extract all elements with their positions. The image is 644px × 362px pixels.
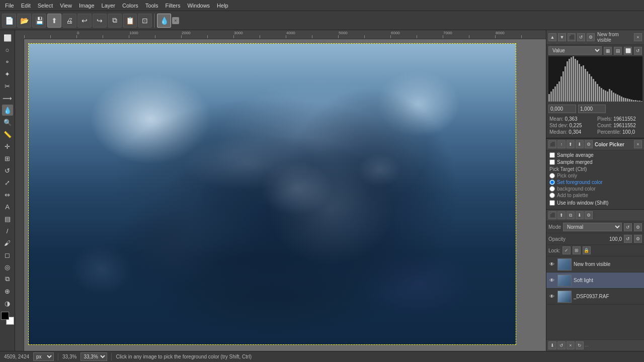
tool-rectangle-select[interactable]: ⬜: [2, 32, 13, 43]
tool-paste[interactable]: 📋: [123, 14, 137, 28]
canvas-image[interactable]: [28, 43, 516, 345]
layers-btn-3[interactable]: ⧉: [567, 211, 575, 219]
cp-btn-3[interactable]: ⬆: [567, 140, 575, 148]
tool-dodge-burn[interactable]: ◑: [2, 298, 13, 309]
channel-select[interactable]: Value Red Green Blue Alpha: [548, 46, 602, 55]
tool-clone[interactable]: ⧉: [2, 274, 13, 285]
tool-move[interactable]: ✛: [2, 141, 13, 152]
tool-save[interactable]: 💾: [32, 14, 46, 28]
tool-ellipse-select[interactable]: ○: [2, 44, 13, 55]
lock-pixels-btn[interactable]: ✓: [562, 246, 571, 254]
hist-close[interactable]: ×: [634, 33, 642, 41]
foreground-color-swatch[interactable]: [1, 312, 9, 320]
hist-view-log[interactable]: ▤: [614, 47, 622, 55]
tool-eraser[interactable]: ◻: [2, 249, 13, 260]
menu-view[interactable]: View: [57, 2, 75, 10]
tool-color-picker-active[interactable]: 💧: [157, 14, 171, 28]
hist-refresh[interactable]: ↺: [634, 47, 642, 55]
fg-bg-colors[interactable]: [1, 312, 14, 325]
lock-position-btn[interactable]: ⊞: [573, 246, 581, 254]
layers-bottom-btn-2[interactable]: ↺: [557, 341, 566, 349]
tool-print[interactable]: 🖨: [62, 14, 76, 28]
layers-btn-4[interactable]: ⬇: [576, 211, 584, 219]
cp-btn-4[interactable]: ⬇: [576, 140, 584, 148]
pick-only-radio[interactable]: [549, 173, 555, 178]
tool-export[interactable]: ⬆: [47, 14, 61, 28]
menu-file[interactable]: File: [2, 2, 17, 10]
add-to-palette-radio[interactable]: [549, 193, 555, 198]
tool-free-select[interactable]: ⚬: [2, 56, 13, 67]
cp-btn-2[interactable]: ↑: [557, 140, 566, 148]
layers-bottom-btn-4[interactable]: ↻: [576, 341, 584, 349]
tool-open[interactable]: 📂: [17, 14, 31, 28]
hist-btn-4[interactable]: ↺: [577, 33, 585, 41]
mode-select[interactable]: Normal Dissolve Multiply Screen Soft lig…: [563, 223, 622, 231]
cp-btn-1[interactable]: ⬛: [548, 140, 556, 148]
layer-item-new-from-visible[interactable]: 👁 New from visible: [546, 256, 644, 273]
menu-filters[interactable]: Filters: [163, 2, 184, 10]
unit-select[interactable]: px in mm: [33, 352, 54, 361]
set-foreground-radio[interactable]: [549, 179, 555, 185]
menu-colors[interactable]: Colors: [119, 2, 141, 10]
tool-blend[interactable]: ▤: [2, 213, 13, 224]
hist-btn-5[interactable]: ⚙: [587, 33, 595, 41]
tool-flip[interactable]: ⇔: [2, 189, 13, 200]
tool-paths[interactable]: ⟿: [2, 93, 13, 104]
tool-align[interactable]: ⊞: [2, 153, 13, 164]
tool-fuzzy-select[interactable]: ✦: [2, 68, 13, 79]
menu-edit[interactable]: Edit: [18, 2, 34, 10]
cp-btn-5[interactable]: ⚙: [585, 140, 593, 148]
tool-scale[interactable]: ⤢: [2, 177, 13, 188]
opacity-btn-2[interactable]: ⚙: [634, 235, 642, 243]
tool-heal[interactable]: ⊕: [2, 286, 13, 297]
tool-text[interactable]: A: [2, 201, 13, 212]
tool-new[interactable]: 📄: [2, 14, 16, 28]
use-info-window-checkbox[interactable]: [549, 200, 555, 206]
layer-item-raf[interactable]: 👁 _DSF0937.RAF: [546, 289, 644, 305]
layer-visibility-soft-light[interactable]: 👁: [548, 277, 555, 284]
layer-visibility-new-from-visible[interactable]: 👁: [548, 261, 555, 268]
tool-airbrush[interactable]: ◎: [2, 261, 13, 273]
lock-all-btn[interactable]: 🔒: [583, 246, 591, 254]
tool-zoom[interactable]: 🔍: [2, 117, 13, 128]
tool-rotate[interactable]: ↺: [2, 165, 13, 176]
hist-view-all[interactable]: ⬜: [624, 47, 632, 55]
tool-close[interactable]: ×: [172, 17, 179, 24]
menu-help[interactable]: Help: [214, 2, 231, 10]
histogram-max-input[interactable]: [578, 105, 606, 113]
hist-btn-2[interactable]: ▼: [558, 33, 566, 41]
mode-btn-1[interactable]: ↺: [624, 223, 632, 231]
layer-item-soft-light[interactable]: 👁 Soft light: [546, 273, 644, 289]
canvas-wrapper[interactable]: [24, 39, 546, 351]
tool-zoom-fit[interactable]: ⊡: [138, 14, 152, 28]
zoom-select[interactable]: 33,3% 25% 50% 100%: [80, 352, 107, 361]
sample-average-checkbox[interactable]: [549, 152, 555, 158]
layers-btn-2[interactable]: ⬆: [557, 211, 566, 219]
set-background-radio[interactable]: [549, 186, 555, 192]
menu-select[interactable]: Select: [35, 2, 56, 10]
hist-view-linear[interactable]: ▦: [604, 47, 612, 55]
tool-copy[interactable]: ⧉: [108, 14, 122, 28]
layers-btn-1[interactable]: ⬛: [548, 211, 556, 219]
tool-redo[interactable]: ↪: [93, 14, 107, 28]
menu-windows[interactable]: Windows: [184, 2, 213, 10]
menu-layer[interactable]: Layer: [99, 2, 119, 10]
tool-undo[interactable]: ↩: [77, 14, 92, 28]
tool-scissors[interactable]: ✂: [2, 80, 13, 92]
layers-btn-5[interactable]: ⚙: [585, 211, 593, 219]
menu-tools[interactable]: Tools: [142, 2, 162, 10]
hist-btn-1[interactable]: ▲: [548, 33, 556, 41]
tool-paintbrush[interactable]: 🖌: [2, 237, 13, 248]
sample-merged-checkbox[interactable]: [549, 159, 555, 165]
tool-pencil[interactable]: /: [2, 225, 13, 236]
layers-bottom-btn-3[interactable]: ×: [567, 341, 575, 349]
menu-image[interactable]: Image: [76, 2, 98, 10]
tool-measure[interactable]: 📏: [2, 129, 13, 140]
layer-visibility-raf[interactable]: 👁: [548, 293, 555, 300]
histogram-min-input[interactable]: [548, 105, 576, 113]
mode-btn-2[interactable]: ⚙: [634, 223, 642, 231]
opacity-btn-1[interactable]: ↺: [624, 235, 632, 243]
canvas-area[interactable]: 010002000300040005000600070008000: [15, 30, 546, 351]
tool-color-picker-toolbox[interactable]: 💧: [2, 105, 13, 116]
cp-close[interactable]: ×: [634, 140, 642, 148]
